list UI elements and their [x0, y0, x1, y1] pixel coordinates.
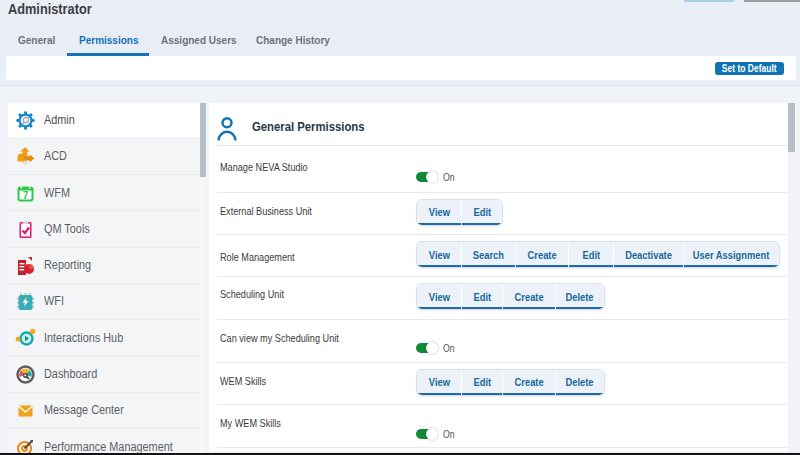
svg-text:7: 7 — [23, 189, 29, 200]
